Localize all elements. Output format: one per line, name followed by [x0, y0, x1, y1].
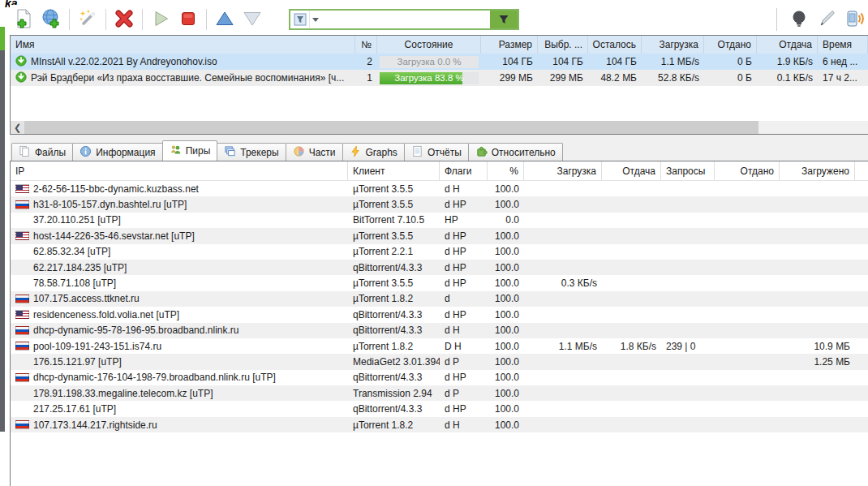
peer-requests [661, 323, 715, 338]
peer-down-speed: 0.3 КБ/s [524, 275, 602, 290]
peer-row[interactable]: 107.175.access.ttknet.ru µTorrent 1.8.2 … [11, 291, 868, 307]
peers-col-header[interactable]: Загрузка [524, 161, 602, 180]
peer-down-speed [524, 385, 602, 401]
peers-col-header[interactable]: Отдача [602, 161, 661, 180]
search-dropdown-button[interactable] [310, 11, 321, 28]
peer-client: µTorrent 1.8.2 [348, 417, 440, 432]
peer-downloaded [780, 323, 855, 338]
peers-col-header[interactable]: Клиент [348, 161, 440, 180]
torrent-col-header[interactable]: Загрузка [642, 36, 704, 54]
torrent-col-header[interactable]: Время [818, 36, 868, 54]
torrent-col-header[interactable]: Осталось [588, 36, 642, 54]
peer-row[interactable]: h31-8-105-157.dyn.bashtel.ru [uTP] µTorr… [11, 196, 868, 212]
peer-downloaded [780, 385, 855, 401]
tab-относительно[interactable]: Относительно [468, 143, 563, 161]
peer-uploaded [715, 338, 780, 354]
ru-flag-icon [15, 326, 29, 335]
tab-файлы[interactable]: Файлы [11, 143, 73, 161]
torrent-col-header[interactable]: Выбр. ... [538, 36, 588, 54]
tab-пиры[interactable]: Пиры [162, 140, 218, 161]
tab-трекеры[interactable]: Трекеры [217, 143, 286, 161]
torrent-col-header[interactable]: Размер [481, 36, 538, 54]
torrent-col-header[interactable]: Отдача [757, 36, 818, 54]
peer-row[interactable]: host-144-226-35-46.sevstar.net [uTP] µTo… [11, 228, 868, 243]
toolbar-separator [142, 9, 143, 30]
peer-requests [661, 354, 715, 369]
torrent-down-speed: 52.8 КБ/s [642, 70, 704, 86]
peer-row[interactable]: 62.217.184.235 [uTP] qBittorrent/4.3.3 d… [11, 260, 868, 275]
peer-row[interactable]: 217.25.17.61 [uTP] qBittorrent/4.3.3 d H… [11, 401, 868, 416]
peer-downloaded [780, 213, 855, 228]
start-button[interactable] [148, 8, 173, 31]
peer-row[interactable]: 176.15.121.97 [uTP] MediaGet2 3.01.3941 … [11, 354, 868, 369]
tab-отчёты[interactable]: Отчёты [404, 143, 469, 161]
torrent-row[interactable]: Рэй Брэдбери «Из праха восставшие. Семей… [11, 70, 868, 86]
torrent-name: MInstAll v.22.02.2021 By Andreyonohov.is… [31, 56, 217, 67]
peer-downloaded [780, 181, 855, 196]
create-torrent-button[interactable] [75, 8, 100, 31]
peer-percent: 100.0 [488, 354, 524, 369]
torrent-col-header[interactable]: Имя [11, 36, 355, 54]
peer-row[interactable]: dhcp-dynamic-95-78-196-95.broadband.nlin… [11, 323, 868, 338]
peer-percent: 100.0 [488, 307, 524, 322]
peer-row[interactable]: pool-109-191-243-151.is74.ru µTorrent 1.… [11, 338, 868, 354]
download-status-icon [15, 55, 27, 69]
peer-uploaded [715, 228, 780, 243]
torrent-up-speed: 0.1 КБ/s [757, 70, 818, 86]
peers-col-header[interactable]: Флаги [440, 161, 488, 180]
peer-uploaded [715, 370, 780, 385]
add-url-button[interactable] [39, 8, 63, 31]
no-flag [15, 279, 29, 288]
search-funnel-icon[interactable] [290, 11, 310, 28]
phone-signal-icon [844, 8, 865, 32]
scrollbar-thumb[interactable] [24, 121, 758, 134]
torrent-col-header[interactable]: Состояние [377, 36, 481, 54]
scroll-left-icon[interactable]: ❮ [11, 121, 24, 134]
move-down-button[interactable] [240, 8, 264, 31]
peer-ip: host-144-226-35-46.sevstar.net [uTP] [33, 230, 195, 242]
filter-button[interactable] [490, 11, 518, 28]
peer-requests: 239 | 0 [661, 338, 715, 354]
remote-button[interactable] [842, 8, 866, 31]
peer-row[interactable]: 37.20.110.251 [uTP] BitTorrent 7.10.5 HP… [11, 213, 868, 228]
search-input[interactable] [321, 11, 490, 28]
peers-col-header[interactable]: % [488, 161, 524, 180]
horizontal-scrollbar[interactable]: ❮ [11, 121, 868, 134]
pen-button[interactable] [814, 8, 839, 31]
peer-row[interactable]: dhcp-dynamic-176-104-198-79.broadband.nl… [11, 370, 868, 385]
torrent-row[interactable]: MInstAll v.22.02.2021 By Andreyonohov.is… [11, 54, 868, 70]
peer-row[interactable]: 62.85.32.34 [uTP] µTorrent 2.2.1 d HP 10… [11, 244, 868, 260]
torrent-uploaded: 0 Б [704, 70, 757, 86]
torrent-col-header[interactable]: № [355, 36, 377, 54]
move-up-button[interactable] [213, 8, 237, 31]
stop-button[interactable] [176, 8, 200, 31]
tab-graphs[interactable]: Graphs [342, 143, 405, 161]
tab-части[interactable]: Части [286, 143, 343, 161]
remove-button[interactable] [112, 8, 136, 31]
torrent-col-header[interactable]: Отдано [704, 36, 757, 54]
peer-row[interactable]: residenceness.fold.volia.net [uTP] qBitt… [11, 307, 868, 322]
peers-col-header[interactable]: Отдано [715, 161, 780, 180]
peer-down-speed [524, 181, 602, 196]
peers-icon [170, 144, 182, 158]
peers-col-header[interactable]: Запросы [661, 161, 715, 180]
peers-table-header: IPКлиентФлаги%ЗагрузкаОтдачаЗапросыОтдан… [11, 161, 868, 181]
peer-row[interactable]: 107.173.144.217.rightside.ru µTorrent 1.… [11, 417, 868, 432]
peer-down-speed [524, 354, 602, 369]
hint-button[interactable] [787, 8, 811, 31]
chevron-down-icon [312, 18, 319, 22]
peer-row[interactable]: 78.58.71.108 [uTP] µTorrent 3.5.5 d HP 1… [11, 275, 868, 290]
torrent-name: Рэй Брэдбери «Из праха восставшие. Семей… [31, 72, 344, 84]
peer-downloaded [780, 417, 855, 432]
peer-up-speed [602, 385, 661, 401]
peer-row[interactable]: 2-62-56-115-bbc-dynamic.kuzbass.net µTor… [11, 181, 868, 196]
peer-client: qBittorrent/4.3.3 [348, 323, 440, 338]
add-torrent-button[interactable] [11, 8, 36, 31]
peers-col-header[interactable]: Загружено [780, 161, 855, 180]
peer-row[interactable]: 178.91.198.33.megaline.telecom.kz [uTP] … [11, 385, 868, 401]
peer-percent: 100.0 [488, 401, 524, 416]
peer-flags: d HP [440, 370, 488, 385]
peer-up-speed [602, 417, 661, 432]
tab-информация[interactable]: Информация [72, 143, 162, 161]
peers-col-header[interactable]: IP [11, 161, 348, 180]
